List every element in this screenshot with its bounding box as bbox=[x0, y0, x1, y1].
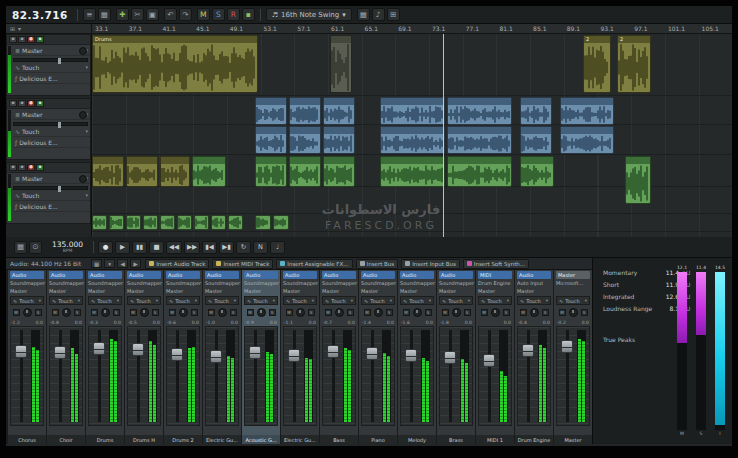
strip-automation-selector[interactable]: ∿Touch▾ bbox=[127, 296, 161, 305]
pan-knob[interactable] bbox=[257, 308, 266, 317]
toolbar-icon[interactable]: ▦ bbox=[357, 8, 370, 21]
insert-button[interactable]: Insert Input Bus bbox=[401, 259, 460, 269]
audio-clip[interactable] bbox=[447, 156, 512, 187]
pan-knob[interactable] bbox=[101, 308, 110, 317]
mixer-strip[interactable]: AudioSoundmapperMaster∿Touch▾MS-0.50.0Dr… bbox=[125, 270, 163, 444]
strip-automation-selector[interactable]: ∿Touch▾ bbox=[166, 296, 200, 305]
strip-automation-selector[interactable]: ∿Touch▾ bbox=[283, 296, 317, 305]
solo-button[interactable]: S bbox=[269, 309, 276, 316]
pan-knob[interactable] bbox=[374, 308, 383, 317]
audio-clip[interactable] bbox=[560, 126, 614, 154]
mute-button[interactable]: M bbox=[481, 309, 488, 316]
mixer-strip[interactable]: AudioAuto InputMaster∿Touch▾MS-0.40.0Dru… bbox=[515, 270, 553, 444]
snap-button[interactable]: N bbox=[253, 241, 268, 254]
mute-button[interactable]: M bbox=[247, 309, 254, 316]
toolbar-icon[interactable]: R bbox=[227, 8, 240, 21]
strip-automation-selector[interactable]: ∿Touch▾ bbox=[322, 296, 356, 305]
fader-handle[interactable] bbox=[54, 346, 66, 359]
timeline-ruler[interactable]: 33.137.141.145.149.153.157.161.165.169.1… bbox=[92, 24, 732, 34]
mute-button[interactable]: M bbox=[442, 309, 449, 316]
toolbar-icon[interactable]: ▣ bbox=[146, 8, 159, 21]
solo-button[interactable]: S bbox=[308, 309, 315, 316]
strip-automation-selector[interactable]: ∿Touch▾ bbox=[205, 296, 239, 305]
strip-automation-selector[interactable]: ∿Touch▾ bbox=[49, 296, 83, 305]
mixer-strip[interactable]: MasterMicrosoft...∿Touch▾MS-0.20.0Master bbox=[554, 270, 592, 444]
audio-clip[interactable] bbox=[330, 35, 352, 93]
mute-button[interactable]: M bbox=[403, 309, 410, 316]
solo-button[interactable]: S bbox=[581, 309, 588, 316]
stop-button[interactable]: ■ bbox=[149, 241, 164, 254]
track-volume-slider[interactable] bbox=[13, 186, 88, 190]
fader-handle[interactable] bbox=[522, 344, 534, 357]
fader-handle[interactable] bbox=[93, 342, 105, 355]
track-volume-slider[interactable] bbox=[13, 122, 88, 126]
solo-button[interactable]: S bbox=[191, 309, 198, 316]
audio-clip[interactable] bbox=[289, 156, 321, 187]
mixer-header-icon[interactable]: ◀ bbox=[117, 259, 128, 268]
track-volume-slider[interactable] bbox=[13, 58, 88, 62]
audio-clip[interactable] bbox=[194, 215, 209, 230]
audio-clip[interactable] bbox=[380, 97, 445, 125]
audio-clip[interactable] bbox=[323, 126, 355, 154]
track-header[interactable]: ▪▪●▪≣Master▾∿Touch▾ƒDelicious E... bbox=[6, 162, 91, 224]
toolbar-icon[interactable]: ▦ bbox=[98, 8, 111, 21]
mute-button[interactable]: M bbox=[130, 309, 137, 316]
rewind-button[interactable]: ◀◀ bbox=[166, 241, 182, 254]
mute-button[interactable]: M bbox=[520, 309, 527, 316]
pan-knob[interactable] bbox=[413, 308, 422, 317]
fader-handle[interactable] bbox=[405, 349, 417, 362]
fader-handle[interactable] bbox=[444, 351, 456, 364]
transport-mode-icon[interactable]: ▦ bbox=[14, 241, 27, 254]
audio-clip[interactable] bbox=[520, 126, 552, 154]
fader-handle[interactable] bbox=[327, 345, 339, 358]
audio-clip[interactable] bbox=[323, 156, 355, 187]
mute-button[interactable]: M bbox=[559, 309, 566, 316]
toolbar-icon[interactable]: ✂ bbox=[131, 8, 144, 21]
swing-dropdown[interactable]: ♬ 16th Note Swing ▾ bbox=[266, 8, 352, 21]
fader-handle[interactable] bbox=[210, 350, 222, 363]
strip-automation-selector[interactable]: ∿Touch▾ bbox=[244, 296, 278, 305]
audio-clip[interactable]: Drums bbox=[92, 35, 258, 93]
metronome-button[interactable]: ♩ bbox=[270, 241, 285, 254]
audio-clip[interactable] bbox=[447, 126, 512, 154]
track-header[interactable]: ▪▪●▪≣Master▾∿Touch▾ƒDelicious E... bbox=[6, 98, 91, 160]
audio-clip[interactable] bbox=[255, 215, 271, 230]
audio-clip[interactable] bbox=[380, 156, 445, 187]
audio-clip[interactable] bbox=[255, 126, 287, 154]
strip-automation-selector[interactable]: ∿Touch▾ bbox=[478, 296, 512, 305]
record-arm-button[interactable]: ● bbox=[27, 164, 35, 171]
audio-clip[interactable] bbox=[211, 215, 226, 230]
mixer-strip[interactable]: AudioSoundmapperMaster∿Touch▾MS-1.00.0El… bbox=[203, 270, 241, 444]
audio-clip[interactable] bbox=[380, 126, 445, 154]
fader-handle[interactable] bbox=[483, 354, 495, 367]
mute-button[interactable]: M bbox=[52, 309, 59, 316]
strip-automation-selector[interactable]: ∿Touch▾ bbox=[439, 296, 473, 305]
audio-clip[interactable] bbox=[92, 215, 107, 230]
solo-button[interactable]: S bbox=[347, 309, 354, 316]
pan-knob[interactable] bbox=[218, 308, 227, 317]
toolbar-icon[interactable]: ▪ bbox=[242, 8, 255, 21]
fader-handle[interactable] bbox=[561, 340, 573, 353]
fader-handle[interactable] bbox=[171, 348, 183, 361]
toolbar-icon[interactable]: ✚ bbox=[116, 8, 129, 21]
toolbar-icon[interactable]: ↶ bbox=[164, 8, 177, 21]
audio-clip[interactable] bbox=[228, 215, 243, 230]
pan-knob[interactable] bbox=[296, 308, 305, 317]
mute-button[interactable]: M bbox=[286, 309, 293, 316]
fader-handle[interactable] bbox=[288, 349, 300, 362]
input-echo-button[interactable]: ▪ bbox=[36, 36, 44, 43]
track-mini-button[interactable]: ▪ bbox=[9, 164, 17, 171]
audio-clip[interactable] bbox=[520, 97, 552, 125]
loop-button[interactable]: ↻ bbox=[236, 241, 251, 254]
toolbar-icon[interactable]: ↷ bbox=[179, 8, 192, 21]
audio-clip[interactable] bbox=[126, 215, 141, 230]
mixer-strip[interactable]: AudioSoundmapperMaster∿Touch▾MS-0.80.0Ch… bbox=[47, 270, 85, 444]
toolbar-icon[interactable]: S bbox=[212, 8, 225, 21]
track-fx-slot[interactable]: ƒDelicious E... bbox=[13, 73, 90, 84]
insert-button[interactable]: Insert Soft Synth... bbox=[463, 259, 529, 269]
audio-clip[interactable] bbox=[109, 215, 124, 230]
go-to-end-button[interactable]: ▶▮ bbox=[219, 241, 234, 254]
pan-knob[interactable] bbox=[569, 308, 578, 317]
track-mini-button[interactable]: ▪ bbox=[9, 100, 17, 107]
track-automation-selector[interactable]: ∿Touch▾ bbox=[13, 126, 90, 137]
